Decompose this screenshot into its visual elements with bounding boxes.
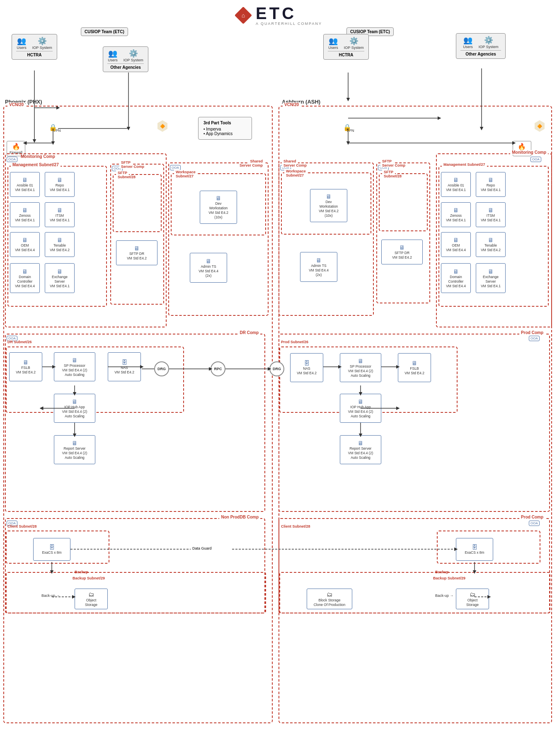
dr-subnet-label-left: DR Subnet/26	[7, 340, 32, 344]
node-exchange-right: 🖥 Exchange Server VM Std E4.1	[476, 263, 506, 293]
logo-diamond: ⌂	[235, 7, 252, 24]
node-ansible-right: 🖥 Ansible 01 VM Std E4.1	[441, 172, 471, 197]
other-agencies-box-right: 👥 Users ⚙️ IOP System Other Agencies	[456, 33, 506, 59]
prod-subnet-label-right: Prod Subnet/26	[281, 340, 308, 344]
hctra-users-left: 👥 Users	[17, 36, 27, 50]
node-dev-workstation-right: 🖥 Dev Workstation VM Std E4.2 (10x)	[310, 189, 347, 222]
node-report-server-left: 🖥 Report Server VM Std E4.4 (2) Auto Sca…	[54, 435, 95, 464]
hctra-iop-right: ⚙️ IOP System	[344, 36, 364, 50]
node-object-storage-right: 🗂 Object Storage	[456, 589, 489, 609]
node-exacs-right: 🗄 ExaCS x 8m	[456, 538, 493, 561]
node-admin-ts-left: 🖥 Admin TS VM Std E4.4 (2x)	[190, 253, 227, 283]
node-sp-processor-right: 🖥 SP Processor VM Std E4.4 (2) Auto Scal…	[340, 353, 381, 382]
lock-right: 🔒	[343, 124, 351, 131]
node-dev-workstation-left: 🖥 Dev Workstation VM Std E4.2 (10x)	[200, 191, 237, 224]
cusiop-label-left: CUSIOP Team (ETC)	[81, 27, 128, 36]
sftp-subnet-right: SFTP Subnet/28	[379, 173, 428, 231]
node-tenable-left: 🖥 Tenable VM Std E4.2	[45, 232, 75, 257]
backup-label-right: Back-up →	[435, 594, 454, 598]
other-agencies-box-left: 👥 Users ⚙️ IOP System Other Agencies	[103, 46, 148, 72]
client-subnet-label-left: Client Subnet/28	[7, 524, 37, 528]
svg-text:⌂: ⌂	[242, 12, 245, 19]
node-itsm-right: 🖥 ITSM VM Std E4.1	[476, 202, 506, 227]
node-block-storage-right: 🗂 Block Storage Clone Of Production	[307, 589, 352, 609]
other-users-left: 👥 Users	[108, 49, 118, 62]
node-zenoss-left: 🖥 Zenoss VM Std E4.1	[10, 202, 40, 227]
node-domain-left: 🖥 Domain Controller VM Std E4.4	[10, 263, 40, 293]
drg-left: DRG	[154, 361, 169, 376]
header: ⌂ ETC A QUARTERHILL COMPANY	[0, 0, 557, 29]
node-zenoss-right: 🖥 Zenoss VM Std E4.1	[441, 202, 471, 227]
node-object-storage-left: 🗂 Object Storage	[75, 589, 108, 609]
node-exchange-left: 🖥 Exchange Server VM Std E4.1	[45, 263, 75, 293]
sftp-subnet-left: SFTP Subnet/28	[113, 174, 162, 232]
node-fslb-right: 🖥 FSLB VM Std E4.2	[398, 353, 431, 382]
node-tenable-right: 🖥 Tenable VM Std E4.2	[476, 232, 506, 257]
rpc-circle: RPC	[211, 361, 225, 376]
node-exacs-left: 🗄 ExaCS x 8m	[33, 538, 70, 561]
data-guard-label: Data Guard	[191, 546, 213, 550]
other-iop-left: ⚙️ IOP System	[124, 49, 143, 62]
node-oem-left: 🖥 OEM VM Std E4.4	[10, 232, 40, 257]
lock-left: 🔒	[49, 124, 57, 131]
node-ansible-left: 🖥 Ansible 01 VM Std E4.1	[10, 172, 40, 197]
hctra-box-left: 👥 Users ⚙️ IOP System HCTRA	[12, 34, 57, 60]
node-nas-left: 🗄 NAS VM Std E4.2	[108, 352, 141, 381]
hctra-users-right: 👥 Users	[328, 36, 338, 50]
node-admin-ts-right: 🖥 Admin TS VM Std E4.4 (2x)	[300, 252, 337, 282]
client-subnet-label-right: Client Subnet/28	[281, 524, 310, 528]
node-sftp-dr-right: 🖥 SFTP DR VM Std E4.2	[381, 240, 423, 264]
node-fslb-left: 🖥 FSLB VM Std E4.2	[9, 352, 42, 381]
node-iop-hub-left: 🖥 IOP Hub App VM Std E4.4 (2) Auto Scali…	[54, 394, 95, 423]
node-oem-right: 🖥 OEM VM Std E4.4	[441, 232, 471, 257]
node-repo-right: 🖥 Repo VM Std E4.1	[476, 172, 506, 197]
node-sp-processor-left: 🖥 SP Processor VM Std E4.4 (2) Auto Scal…	[54, 352, 95, 381]
hctra-box-right: 👥 Users ⚙️ IOP System HCTRA	[323, 34, 369, 60]
backup-label-left: Back-up →	[41, 594, 60, 598]
other-iop-right: ⚙️ IOP System	[479, 36, 499, 49]
backup-subnet-box-left	[6, 572, 266, 613]
node-iop-hub-right: 🖥 IOP Hub App VM Std E4.4 (2) Auto Scali…	[340, 394, 381, 423]
node-nas-right: 🗄 NAS VM Std E4.2	[290, 353, 323, 382]
node-repo-left: 🖥 Repo VM Std E4.1	[45, 172, 75, 197]
node-sftp-dr-left: 🖥 SFTP DR VM Std E4.2	[116, 240, 157, 265]
hctra-iop-left: ⚙️ IOP System	[32, 36, 52, 50]
other-users-right: 👥 Users	[463, 36, 473, 49]
node-domain-right: 🖥 Domain Controller VM Std E4.4	[441, 263, 471, 293]
node-itsm-left: 🖥 ITSM VM Std E4.1	[45, 202, 75, 227]
logo-etc: ETC A QUARTERHILL COMPANY	[256, 5, 322, 26]
node-report-server-right: 🖥 Report Server VM Std E4.4 (2) Auto Sca…	[340, 435, 381, 464]
drg-right: DRG	[269, 361, 284, 376]
